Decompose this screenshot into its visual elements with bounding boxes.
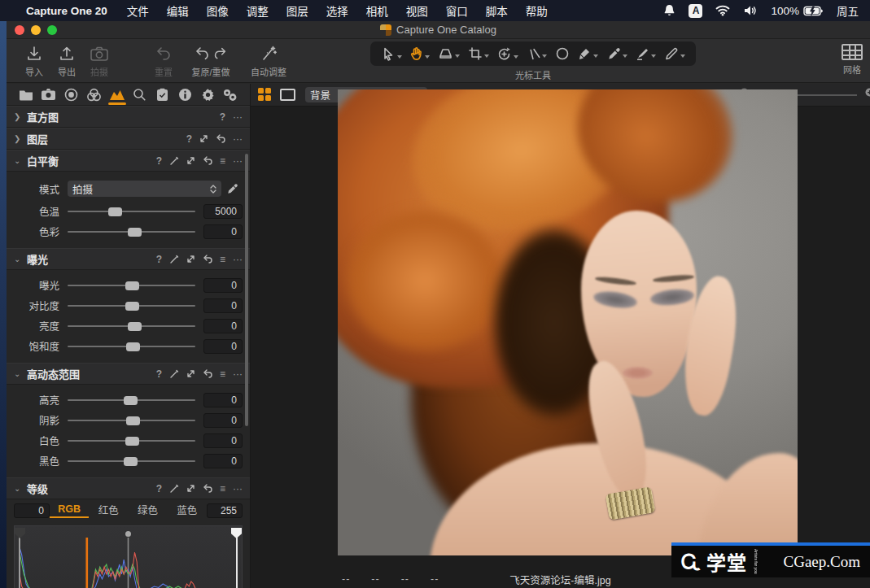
- more-icon[interactable]: ···: [233, 254, 243, 265]
- midtone-handle-top[interactable]: [125, 531, 131, 537]
- help-icon[interactable]: ?: [156, 254, 162, 265]
- brush-edit-icon[interactable]: [169, 369, 179, 379]
- reset-button[interactable]: 重置: [142, 42, 185, 78]
- loupe-tool[interactable]: [438, 46, 460, 61]
- wb-eyedropper-icon[interactable]: [221, 183, 243, 195]
- menu-layer[interactable]: 图层: [286, 2, 308, 19]
- presets-icon[interactable]: ≡: [220, 155, 225, 167]
- more-icon[interactable]: ···: [233, 111, 243, 123]
- reset-panel-icon[interactable]: [203, 255, 212, 264]
- tab-exposure[interactable]: [107, 85, 127, 104]
- exposure-value-field[interactable]: 0: [203, 278, 243, 293]
- window-title-bar[interactable]: Capture One Catalog: [7, 21, 870, 39]
- tab-lens[interactable]: [62, 85, 81, 104]
- menubar-clock[interactable]: 周五: [837, 2, 859, 19]
- menu-edit[interactable]: 编辑: [167, 2, 189, 19]
- eyedropper-tool[interactable]: [606, 46, 627, 61]
- brush-edit-icon[interactable]: [169, 156, 179, 166]
- highlight-slider[interactable]: [68, 394, 195, 406]
- sidebar-scrollbar[interactable]: [245, 154, 248, 426]
- menu-image[interactable]: 图像: [207, 2, 229, 19]
- tab-process-gears[interactable]: [221, 85, 240, 104]
- more-icon[interactable]: ···: [233, 483, 243, 494]
- tint-slider[interactable]: [68, 226, 195, 237]
- menu-camera[interactable]: 相机: [366, 2, 388, 19]
- shadow-value-field[interactable]: 0: [203, 413, 243, 428]
- app-menu-title[interactable]: Capture One 20: [26, 5, 107, 17]
- wb-mode-dropdown[interactable]: 拍摄: [68, 181, 221, 197]
- wifi-icon[interactable]: [715, 5, 730, 16]
- zoom-in-icon[interactable]: [864, 87, 870, 103]
- contrast-slider[interactable]: [68, 300, 195, 311]
- presets-icon[interactable]: ≡: [220, 254, 225, 265]
- auto-adjust-button[interactable]: 自动调整: [244, 42, 293, 78]
- channel-tab-blue[interactable]: 蓝色: [168, 502, 207, 519]
- help-icon[interactable]: ?: [186, 133, 192, 145]
- grid-button[interactable]: 网格: [832, 42, 870, 76]
- presets-icon[interactable]: ≡: [220, 368, 225, 380]
- reset-panel-icon[interactable]: [203, 156, 212, 165]
- help-icon[interactable]: ?: [156, 368, 162, 380]
- brush-edit-icon[interactable]: [169, 484, 179, 494]
- saturation-value-field[interactable]: 0: [203, 339, 243, 354]
- reset-panel-icon[interactable]: [203, 369, 212, 378]
- levels-histogram[interactable]: [14, 525, 243, 588]
- tab-details[interactable]: [129, 85, 149, 104]
- undo-redo-button[interactable]: 复原/重做: [181, 42, 240, 78]
- blacks-slider[interactable]: [68, 455, 195, 467]
- single-view-icon[interactable]: [280, 89, 295, 101]
- detach-icon[interactable]: [199, 134, 208, 143]
- pan-tool[interactable]: [409, 46, 430, 62]
- panel-levels-header[interactable]: ⌄ 等级 ? ≡ ···: [7, 477, 250, 499]
- menu-view[interactable]: 视图: [406, 2, 428, 19]
- channel-tab-green[interactable]: 绿色: [129, 502, 168, 519]
- reset-panel-icon[interactable]: [216, 134, 225, 143]
- reset-panel-icon[interactable]: [203, 484, 212, 493]
- brightness-slider[interactable]: [68, 320, 195, 332]
- help-icon[interactable]: ?: [156, 155, 162, 167]
- panel-white-balance-header[interactable]: ⌄ 白平衡 ? ≡ ···: [7, 150, 250, 172]
- more-icon[interactable]: ···: [233, 133, 243, 145]
- temperature-slider[interactable]: [68, 206, 195, 217]
- tab-library[interactable]: [16, 85, 36, 104]
- select-tool[interactable]: [381, 46, 402, 62]
- crop-tool[interactable]: [468, 46, 489, 61]
- shadow-slider[interactable]: [68, 415, 195, 426]
- capture-button[interactable]: 拍摄: [78, 42, 120, 78]
- heal-tool[interactable]: [664, 46, 685, 61]
- menu-file[interactable]: 文件: [127, 2, 149, 19]
- detach-icon[interactable]: [186, 369, 195, 378]
- more-icon[interactable]: ···: [233, 368, 243, 380]
- exposure-slider[interactable]: [68, 280, 195, 291]
- brightness-value-field[interactable]: 0: [203, 319, 243, 333]
- tab-capture[interactable]: [39, 85, 59, 104]
- saturation-slider[interactable]: [68, 341, 195, 352]
- tint-value-field[interactable]: 0: [203, 224, 243, 239]
- battery-icon[interactable]: [803, 6, 824, 16]
- straighten-tool[interactable]: [527, 47, 547, 61]
- contrast-value-field[interactable]: 0: [203, 298, 243, 313]
- highlight-value-field[interactable]: 0: [203, 393, 243, 407]
- detach-icon[interactable]: [186, 255, 195, 264]
- draw-mask-tool[interactable]: [577, 46, 598, 61]
- whites-slider[interactable]: [68, 435, 195, 446]
- photo[interactable]: [338, 89, 798, 555]
- rotate-tool[interactable]: [496, 46, 518, 62]
- channel-tab-red[interactable]: 红色: [89, 502, 128, 519]
- menu-select[interactable]: 选择: [326, 2, 348, 19]
- whites-value-field[interactable]: 0: [203, 433, 243, 448]
- help-icon[interactable]: ?: [220, 111, 225, 123]
- volume-icon[interactable]: [743, 5, 758, 16]
- spot-removal-tool[interactable]: [555, 46, 570, 61]
- detach-icon[interactable]: [186, 156, 195, 165]
- menu-scripts[interactable]: 脚本: [486, 2, 508, 19]
- notification-bell-icon[interactable]: [663, 4, 675, 17]
- panel-hdr-header[interactable]: ⌄ 高动态范围 ? ≡ ···: [7, 363, 250, 385]
- panel-exposure-header[interactable]: ⌄ 曝光 ? ≡ ···: [7, 248, 250, 270]
- brush-edit-icon[interactable]: [169, 255, 179, 264]
- erase-mask-tool[interactable]: [635, 46, 656, 61]
- menu-help[interactable]: 帮助: [526, 2, 548, 19]
- multi-view-icon[interactable]: [258, 88, 272, 102]
- tab-color[interactable]: [85, 85, 104, 104]
- tab-settings-gear[interactable]: [198, 85, 217, 104]
